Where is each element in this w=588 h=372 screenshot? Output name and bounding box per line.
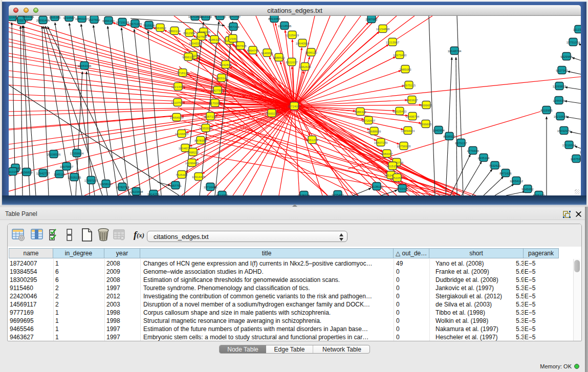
svg-text:1045890: 1045890 bbox=[228, 16, 241, 18]
svg-text:8912954: 8912954 bbox=[183, 32, 195, 35]
svg-text:10914479: 10914479 bbox=[192, 176, 206, 179]
svg-text:9146821: 9146821 bbox=[261, 52, 273, 55]
svg-text:1733426: 1733426 bbox=[396, 187, 408, 190]
svg-text:10654112: 10654112 bbox=[510, 180, 524, 183]
svg-text:1234567: 1234567 bbox=[63, 16, 75, 19]
svg-text:9329966: 9329966 bbox=[560, 55, 573, 58]
svg-text:8322037: 8322037 bbox=[286, 61, 298, 64]
svg-text:9860124: 9860124 bbox=[168, 30, 181, 33]
svg-text:9527505: 9527505 bbox=[195, 35, 207, 38]
svg-text:1615152: 1615152 bbox=[386, 165, 399, 168]
svg-text:15751074: 15751074 bbox=[567, 41, 580, 44]
svg-text:6466160: 6466160 bbox=[102, 19, 115, 23]
svg-text:9135926: 9135926 bbox=[298, 194, 310, 196]
svg-text:1145114: 1145114 bbox=[54, 173, 66, 176]
svg-text:20053346: 20053346 bbox=[78, 64, 92, 68]
svg-text:14136141: 14136141 bbox=[370, 185, 384, 188]
svg-text:16107552: 16107552 bbox=[171, 101, 185, 104]
svg-text:9131021: 9131021 bbox=[214, 16, 226, 18]
svg-text:16154808: 16154808 bbox=[376, 28, 390, 31]
svg-text:8765432: 8765432 bbox=[533, 194, 545, 196]
svg-text:1605381: 1605381 bbox=[49, 16, 61, 19]
svg-text:2803144: 2803144 bbox=[215, 77, 228, 80]
svg-text:7632621: 7632621 bbox=[489, 164, 501, 167]
svg-text:7663822: 7663822 bbox=[154, 27, 166, 30]
svg-text:9227342: 9227342 bbox=[556, 69, 568, 72]
svg-text:7485063: 7485063 bbox=[399, 68, 411, 71]
svg-text:1112334: 1112334 bbox=[573, 28, 581, 31]
svg-text:18640910: 18640910 bbox=[296, 42, 310, 45]
svg-text:16099489: 16099489 bbox=[185, 162, 199, 165]
svg-text:1527602: 1527602 bbox=[88, 18, 100, 21]
svg-text:1546: 1546 bbox=[229, 37, 236, 40]
svg-text:7654321: 7654321 bbox=[22, 16, 34, 18]
svg-text:16495794: 16495794 bbox=[406, 115, 420, 118]
svg-text:8878352: 8878352 bbox=[194, 139, 207, 142]
svg-text:7515526: 7515526 bbox=[143, 24, 155, 27]
svg-text:7386322: 7386322 bbox=[354, 111, 366, 114]
svg-text:1167533: 1167533 bbox=[571, 158, 581, 161]
svg-text:16782759: 16782759 bbox=[116, 186, 129, 189]
svg-text:2718126: 2718126 bbox=[177, 72, 189, 75]
svg-text:5498222: 5498222 bbox=[187, 151, 199, 154]
svg-text:9155493: 9155493 bbox=[332, 193, 344, 196]
svg-text:8938923: 8938923 bbox=[443, 135, 455, 138]
svg-text:19218506: 19218506 bbox=[278, 25, 292, 28]
svg-text:9896123: 9896123 bbox=[182, 56, 194, 59]
svg-text:18724007: 18724007 bbox=[288, 105, 301, 108]
svg-text:19166825: 19166825 bbox=[175, 133, 189, 136]
svg-text:10853267: 10853267 bbox=[75, 17, 89, 20]
svg-text:1640954: 1640954 bbox=[432, 129, 445, 132]
svg-text:12923448: 12923448 bbox=[129, 190, 143, 193]
svg-text:15807249: 15807249 bbox=[374, 141, 388, 144]
svg-text:15720407: 15720407 bbox=[362, 119, 376, 122]
svg-text:11325419: 11325419 bbox=[286, 34, 299, 37]
svg-text:9699695: 9699695 bbox=[420, 104, 432, 107]
svg-text:19654925: 19654925 bbox=[170, 116, 184, 119]
svg-text:12093822: 12093822 bbox=[553, 85, 567, 88]
svg-text:12505135: 12505135 bbox=[68, 176, 81, 179]
svg-text:1951234: 1951234 bbox=[306, 139, 318, 142]
svg-text:9415591: 9415591 bbox=[580, 151, 581, 154]
svg-text:2867608: 2867608 bbox=[234, 45, 247, 48]
svg-text:1362615: 1362615 bbox=[299, 65, 311, 69]
svg-text:11353594: 11353594 bbox=[199, 127, 213, 130]
svg-text:9657791: 9657791 bbox=[169, 184, 182, 187]
svg-text:8813054: 8813054 bbox=[268, 17, 280, 20]
svg-text:19756928: 19756928 bbox=[397, 145, 411, 148]
svg-text:8471626: 8471626 bbox=[499, 172, 512, 175]
svg-text:8427552: 8427552 bbox=[211, 89, 224, 92]
svg-text:12213967: 12213967 bbox=[386, 41, 400, 44]
svg-text:16210643: 16210643 bbox=[554, 115, 568, 118]
svg-text:8267130: 8267130 bbox=[204, 115, 216, 118]
svg-text:1588520: 1588520 bbox=[273, 56, 285, 59]
svg-text:6379197: 6379197 bbox=[455, 142, 467, 145]
svg-text:19716485: 19716485 bbox=[204, 186, 217, 189]
svg-text:9245652: 9245652 bbox=[521, 188, 534, 191]
svg-text:8215955: 8215955 bbox=[540, 109, 553, 112]
svg-text:1774444: 1774444 bbox=[467, 149, 479, 152]
svg-text:252254: 252254 bbox=[392, 177, 403, 180]
svg-text:10973493: 10973493 bbox=[393, 54, 407, 57]
svg-text:10688609: 10688609 bbox=[367, 130, 381, 133]
svg-text:17957225: 17957225 bbox=[84, 179, 98, 182]
svg-text:10719155: 10719155 bbox=[116, 21, 129, 24]
svg-text:2087682: 2087682 bbox=[365, 18, 378, 21]
svg-text:7625402: 7625402 bbox=[176, 173, 188, 177]
svg-text:1913123: 1913123 bbox=[200, 16, 212, 18]
svg-text:16648784: 16648784 bbox=[448, 50, 462, 53]
svg-text:12975115: 12975115 bbox=[402, 84, 416, 87]
svg-text:12942737: 12942737 bbox=[36, 172, 50, 175]
svg-text:9084067: 9084067 bbox=[381, 152, 393, 156]
svg-text:7357224: 7357224 bbox=[227, 26, 239, 29]
svg-text:1696120: 1696120 bbox=[305, 51, 317, 54]
svg-text:8454749: 8454749 bbox=[247, 49, 259, 52]
svg-text:10975867: 10975867 bbox=[60, 165, 74, 168]
svg-text:9414259: 9414259 bbox=[147, 193, 160, 196]
svg-text:12213369: 12213369 bbox=[171, 85, 185, 89]
svg-text:2935114: 2935114 bbox=[478, 157, 490, 160]
svg-text:8186325: 8186325 bbox=[208, 38, 221, 41]
svg-text:8514099: 8514099 bbox=[216, 194, 228, 196]
svg-text:(x): (x) bbox=[137, 231, 144, 239]
svg-text:10025433: 10025433 bbox=[393, 110, 407, 113]
